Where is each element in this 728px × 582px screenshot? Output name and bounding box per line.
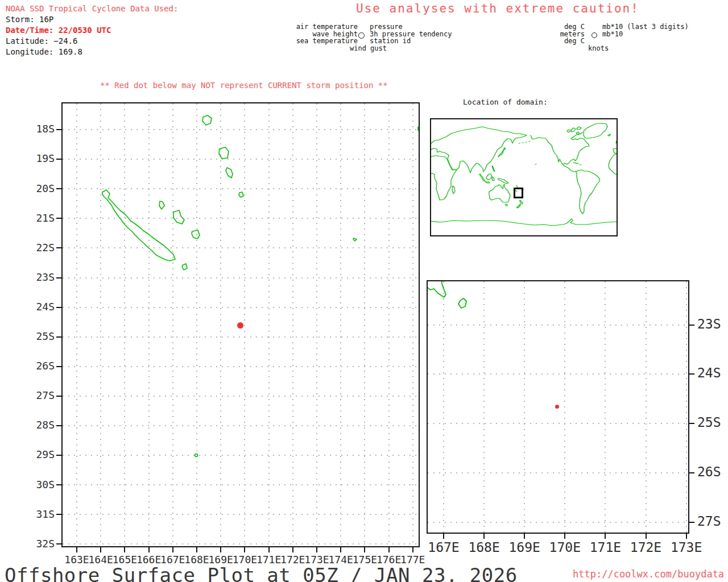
inset-map-title: Location of domain: [463,99,548,106]
lat-tick [56,307,61,308]
erromango-island [219,147,229,159]
lat-tick [56,455,61,456]
lat-tick [56,396,61,397]
africa-east-coast [430,156,457,200]
lon-tick [148,547,150,552]
lat-axis-label: 26S [697,464,728,479]
antarctica-coast [430,219,618,226]
lat-axis-label: 20S [20,182,55,194]
lat-tick [56,336,61,338]
americas-west-coast [531,135,599,214]
arctic-island-4 [576,132,580,134]
tasmania [506,204,507,206]
lat-axis-label: 23S [20,271,55,283]
lat-axis-label: 32S [20,538,55,550]
lat-axis-label: 27S [697,514,728,529]
lon-tick [388,547,390,552]
lon-axis-label: 167E [421,540,466,555]
lat-tick [689,325,694,326]
lat-axis-label: 24S [697,365,728,380]
lon-tick [364,547,365,552]
lat-tick [56,277,61,278]
lon-tick [483,534,485,539]
lon-axis-label: 170E [542,540,588,555]
eurasia-coast [430,127,527,173]
lifou-island [173,210,184,224]
norfolk-island [195,454,198,457]
source-url: http://coolwx.com/buoydata [573,568,724,580]
lon-tick [244,547,245,552]
lon-tick [524,534,525,539]
lat-tick [56,543,61,544]
africa-west-coast [609,153,618,174]
new-guinea [498,178,508,184]
lon-axis-label: 172E [623,540,669,555]
sumatra [479,174,485,181]
lat-tick [56,514,61,515]
lat-tick [56,247,61,248]
north-america-east-coast [564,132,589,164]
iceland [608,134,610,136]
main-map-storm-dot [237,322,243,329]
lat-tick [56,129,61,130]
lon-tick [605,534,606,539]
lon-tick [172,547,173,552]
lat-axis-label: 25S [697,415,728,430]
lat-tick [56,366,61,367]
domain-location-rectangle [514,188,523,198]
lon-axis-label: 177E [396,554,430,566]
lon-tick [196,547,197,552]
lat-tick [56,218,61,219]
tanna-island [226,168,233,178]
lat-tick [689,373,694,375]
lon-tick [220,547,221,552]
lon-axis-label: 168E [461,540,507,555]
lon-axis-label: 171E [582,540,628,555]
aneityum-island [239,192,243,197]
lat-axis-label: 27S [20,389,55,401]
lat-axis-label: 21S [20,212,55,224]
lat-tick [56,484,61,485]
new-zealand-south [516,204,520,208]
australia [489,184,510,202]
arctic-island-3 [567,130,570,132]
new-zealand-north [520,200,523,204]
lat-tick [56,159,61,160]
plot-title: Offshore Surface Plot at 05Z / JAN 23, 2… [5,564,518,582]
lat-axis-label: 28S [20,419,55,431]
philippines [492,166,495,172]
lat-tick [56,425,61,426]
lon-tick [268,547,270,552]
lat-axis-label: 18S [20,123,55,135]
isle-of-pines [182,264,187,270]
lon-tick [100,547,101,552]
lat-axis-label: 26S [20,360,55,372]
zoom-map-storm-dot [555,405,559,409]
borneo [486,174,492,180]
lat-axis-label: 29S [20,448,55,460]
arctic-island-2 [577,127,581,130]
lon-tick [124,547,125,552]
ouvea-island [159,201,164,209]
lat-axis-label: 19S [20,152,55,164]
mare-island [192,230,200,239]
lat-axis-label: 30S [20,479,55,490]
cuba [573,163,578,164]
lat-axis-label: 24S [20,301,55,313]
lat-tick [689,472,694,473]
matthew-island [353,238,357,241]
fiji-coast-sliver [418,126,420,131]
java [485,182,490,183]
sulawesi [492,177,494,181]
lat-axis-label: 25S [20,330,55,342]
greenland [584,123,607,138]
madagascar [452,186,455,194]
lon-axis-label: 173E [664,540,709,555]
lon-tick [443,534,444,539]
new-caledonia-coast [102,190,175,261]
efate-island [202,115,212,125]
isle-of-pines-zoom [458,298,466,308]
lon-tick [76,547,77,552]
lon-tick [292,547,293,552]
arctic-island-1 [571,128,576,132]
